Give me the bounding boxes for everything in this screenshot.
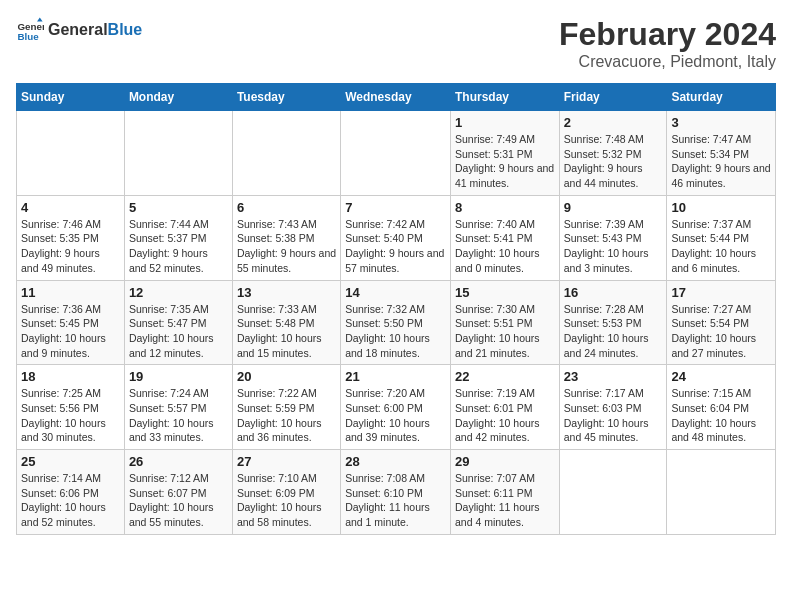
day-number: 19 [129,369,228,384]
day-cell: 15Sunrise: 7:30 AMSunset: 5:51 PMDayligh… [450,280,559,365]
day-info: Sunrise: 7:42 AMSunset: 5:40 PMDaylight:… [345,217,446,276]
day-number: 20 [237,369,336,384]
logo: General Blue GeneralBlue [16,16,142,44]
day-cell [232,111,340,196]
svg-marker-2 [37,17,43,21]
day-cell: 19Sunrise: 7:24 AMSunset: 5:57 PMDayligh… [124,365,232,450]
day-cell: 7Sunrise: 7:42 AMSunset: 5:40 PMDaylight… [341,195,451,280]
week-row-3: 11Sunrise: 7:36 AMSunset: 5:45 PMDayligh… [17,280,776,365]
day-info: Sunrise: 7:30 AMSunset: 5:51 PMDaylight:… [455,302,555,361]
day-cell: 8Sunrise: 7:40 AMSunset: 5:41 PMDaylight… [450,195,559,280]
day-number: 15 [455,285,555,300]
day-cell: 5Sunrise: 7:44 AMSunset: 5:37 PMDaylight… [124,195,232,280]
week-row-4: 18Sunrise: 7:25 AMSunset: 5:56 PMDayligh… [17,365,776,450]
day-number: 17 [671,285,771,300]
day-info: Sunrise: 7:28 AMSunset: 5:53 PMDaylight:… [564,302,663,361]
day-cell: 4Sunrise: 7:46 AMSunset: 5:35 PMDaylight… [17,195,125,280]
day-cell: 10Sunrise: 7:37 AMSunset: 5:44 PMDayligh… [667,195,776,280]
day-info: Sunrise: 7:33 AMSunset: 5:48 PMDaylight:… [237,302,336,361]
col-header-wednesday: Wednesday [341,84,451,111]
col-header-saturday: Saturday [667,84,776,111]
day-info: Sunrise: 7:47 AMSunset: 5:34 PMDaylight:… [671,132,771,191]
day-number: 25 [21,454,120,469]
day-cell: 18Sunrise: 7:25 AMSunset: 5:56 PMDayligh… [17,365,125,450]
day-info: Sunrise: 7:44 AMSunset: 5:37 PMDaylight:… [129,217,228,276]
day-info: Sunrise: 7:40 AMSunset: 5:41 PMDaylight:… [455,217,555,276]
day-info: Sunrise: 7:20 AMSunset: 6:00 PMDaylight:… [345,386,446,445]
day-cell [559,450,667,535]
day-number: 26 [129,454,228,469]
day-cell: 26Sunrise: 7:12 AMSunset: 6:07 PMDayligh… [124,450,232,535]
day-info: Sunrise: 7:07 AMSunset: 6:11 PMDaylight:… [455,471,555,530]
day-number: 10 [671,200,771,215]
day-cell: 3Sunrise: 7:47 AMSunset: 5:34 PMDaylight… [667,111,776,196]
day-number: 12 [129,285,228,300]
day-info: Sunrise: 7:48 AMSunset: 5:32 PMDaylight:… [564,132,663,191]
logo-general: General [48,21,108,38]
day-number: 22 [455,369,555,384]
calendar-table: SundayMondayTuesdayWednesdayThursdayFrid… [16,83,776,535]
day-cell: 14Sunrise: 7:32 AMSunset: 5:50 PMDayligh… [341,280,451,365]
day-cell: 9Sunrise: 7:39 AMSunset: 5:43 PMDaylight… [559,195,667,280]
day-info: Sunrise: 7:24 AMSunset: 5:57 PMDaylight:… [129,386,228,445]
day-number: 5 [129,200,228,215]
day-cell: 1Sunrise: 7:49 AMSunset: 5:31 PMDaylight… [450,111,559,196]
day-info: Sunrise: 7:49 AMSunset: 5:31 PMDaylight:… [455,132,555,191]
day-info: Sunrise: 7:10 AMSunset: 6:09 PMDaylight:… [237,471,336,530]
day-number: 11 [21,285,120,300]
day-cell: 2Sunrise: 7:48 AMSunset: 5:32 PMDaylight… [559,111,667,196]
day-cell: 21Sunrise: 7:20 AMSunset: 6:00 PMDayligh… [341,365,451,450]
day-number: 16 [564,285,663,300]
day-number: 24 [671,369,771,384]
day-info: Sunrise: 7:39 AMSunset: 5:43 PMDaylight:… [564,217,663,276]
day-info: Sunrise: 7:22 AMSunset: 5:59 PMDaylight:… [237,386,336,445]
logo-icon: General Blue [16,16,44,44]
header-row: SundayMondayTuesdayWednesdayThursdayFrid… [17,84,776,111]
col-header-friday: Friday [559,84,667,111]
col-header-monday: Monday [124,84,232,111]
day-number: 1 [455,115,555,130]
day-number: 21 [345,369,446,384]
day-cell: 28Sunrise: 7:08 AMSunset: 6:10 PMDayligh… [341,450,451,535]
header: General Blue GeneralBlue February 2024 C… [16,16,776,71]
week-row-5: 25Sunrise: 7:14 AMSunset: 6:06 PMDayligh… [17,450,776,535]
day-number: 28 [345,454,446,469]
day-number: 13 [237,285,336,300]
day-number: 18 [21,369,120,384]
day-cell: 25Sunrise: 7:14 AMSunset: 6:06 PMDayligh… [17,450,125,535]
day-cell [17,111,125,196]
day-number: 7 [345,200,446,215]
day-cell [341,111,451,196]
day-info: Sunrise: 7:12 AMSunset: 6:07 PMDaylight:… [129,471,228,530]
week-row-2: 4Sunrise: 7:46 AMSunset: 5:35 PMDaylight… [17,195,776,280]
day-number: 4 [21,200,120,215]
day-cell: 27Sunrise: 7:10 AMSunset: 6:09 PMDayligh… [232,450,340,535]
day-info: Sunrise: 7:25 AMSunset: 5:56 PMDaylight:… [21,386,120,445]
day-info: Sunrise: 7:43 AMSunset: 5:38 PMDaylight:… [237,217,336,276]
day-cell: 24Sunrise: 7:15 AMSunset: 6:04 PMDayligh… [667,365,776,450]
logo-blue: Blue [108,21,143,38]
day-number: 2 [564,115,663,130]
day-info: Sunrise: 7:35 AMSunset: 5:47 PMDaylight:… [129,302,228,361]
day-number: 27 [237,454,336,469]
day-number: 14 [345,285,446,300]
day-info: Sunrise: 7:36 AMSunset: 5:45 PMDaylight:… [21,302,120,361]
day-info: Sunrise: 7:15 AMSunset: 6:04 PMDaylight:… [671,386,771,445]
day-cell: 29Sunrise: 7:07 AMSunset: 6:11 PMDayligh… [450,450,559,535]
day-info: Sunrise: 7:32 AMSunset: 5:50 PMDaylight:… [345,302,446,361]
day-number: 6 [237,200,336,215]
day-info: Sunrise: 7:46 AMSunset: 5:35 PMDaylight:… [21,217,120,276]
col-header-thursday: Thursday [450,84,559,111]
day-cell [124,111,232,196]
col-header-sunday: Sunday [17,84,125,111]
week-row-1: 1Sunrise: 7:49 AMSunset: 5:31 PMDaylight… [17,111,776,196]
day-cell: 22Sunrise: 7:19 AMSunset: 6:01 PMDayligh… [450,365,559,450]
title-area: February 2024 Crevacuore, Piedmont, Ital… [559,16,776,71]
col-header-tuesday: Tuesday [232,84,340,111]
day-number: 8 [455,200,555,215]
day-cell [667,450,776,535]
day-info: Sunrise: 7:08 AMSunset: 6:10 PMDaylight:… [345,471,446,530]
day-info: Sunrise: 7:14 AMSunset: 6:06 PMDaylight:… [21,471,120,530]
day-number: 23 [564,369,663,384]
day-number: 9 [564,200,663,215]
